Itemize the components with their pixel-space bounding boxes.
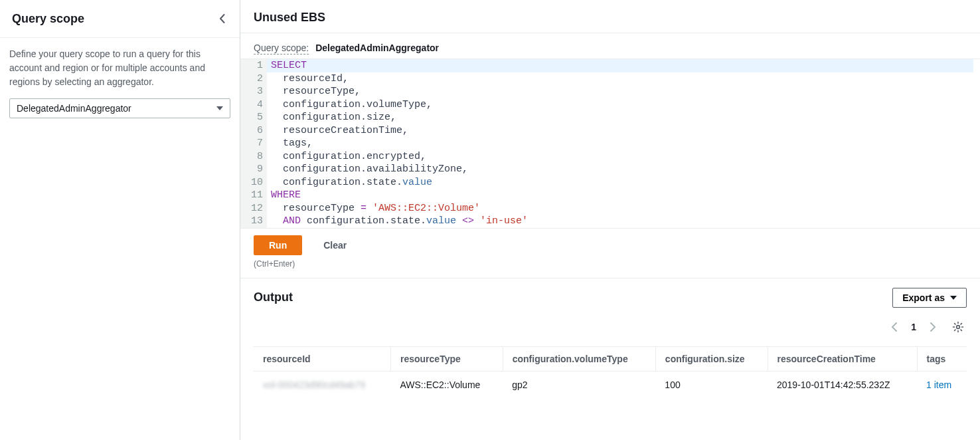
gutter-line: 4 [244,98,263,112]
gutter-line: 13 [244,215,263,228]
main-header: Unused EBS [240,0,980,33]
sidebar-body: Define your query scope to run a query f… [0,38,240,128]
cell-volume-type: gp2 [503,371,655,398]
editor-code[interactable]: SELECT resourceId, resourceType, configu… [267,59,980,228]
main-panel: Unused EBS Query scope: DelegatedAdminAg… [240,0,980,440]
gutter-line: 3 [244,85,263,98]
gutter-line: 1 [244,59,263,72]
chevron-left-icon [891,322,898,332]
gear-icon [952,321,964,333]
pagination: 1 [254,314,967,346]
sidebar-title: Query scope [12,12,84,26]
code-line[interactable]: configuration.state.value [267,176,973,189]
gutter-line: 12 [244,202,263,215]
code-line[interactable]: resourceType = 'AWS::EC2::Volume' [267,202,973,215]
column-header[interactable]: configuration.volumeType [503,346,655,371]
next-page-button[interactable] [927,320,939,334]
cell-tags[interactable]: 1 item [917,371,967,398]
query-scope-help-text: Define your query scope to run a query f… [9,47,230,89]
cell-resource-type: AWS::EC2::Volume [390,371,503,398]
gutter-line: 7 [244,137,263,150]
page-title: Unused EBS [254,11,967,25]
table-header-row: resourceIdresourceTypeconfiguration.volu… [254,346,967,371]
query-scope-label: Query scope: [254,43,309,55]
code-line[interactable]: configuration.size, [267,111,973,124]
code-line[interactable]: WHERE [267,189,973,202]
gutter-line: 8 [244,150,263,164]
column-header[interactable]: resourceType [390,346,503,371]
query-scope-sidebar: Query scope Define your query scope to r… [0,0,240,440]
code-line[interactable]: AND configuration.state.value <> 'in-use… [267,215,973,228]
gutter-line: 9 [244,163,263,176]
code-line[interactable]: resourceCreationTime, [267,124,973,138]
cell-creation-time: 2019-10-01T14:42:55.232Z [768,371,917,398]
export-as-button[interactable]: Export as [892,288,967,308]
editor-actions: Run Clear [240,229,980,259]
column-header[interactable]: resourceCreationTime [768,346,917,371]
code-line[interactable]: configuration.encrypted, [267,150,973,164]
gutter-line: 5 [244,111,263,124]
editor-gutter: 12345678910111213 [240,59,267,228]
clear-button[interactable]: Clear [323,240,347,251]
code-line[interactable]: configuration.volumeType, [267,98,973,112]
code-line[interactable]: resourceId, [267,72,973,86]
cell-resource-id: vol-000423d90cd49ab79 [254,371,390,398]
output-title: Output [254,290,293,304]
prev-page-button[interactable] [888,320,900,334]
code-line[interactable]: tags, [267,137,973,150]
output-header: Output Export as [254,288,967,308]
collapse-sidebar-button[interactable] [214,11,230,27]
caret-down-icon [950,296,957,300]
chevron-right-icon [930,322,936,332]
code-line[interactable]: SELECT [267,59,973,72]
code-line[interactable]: resourceType, [267,85,973,98]
column-header[interactable]: configuration.size [655,346,768,371]
code-line[interactable]: configuration.availabilityZone, [267,163,973,176]
table-body: vol-000423d90cd49ab79AWS::EC2::Volumegp2… [254,371,967,398]
chevron-left-icon [217,13,228,24]
cell-size: 100 [655,371,768,398]
page-number: 1 [911,322,916,332]
query-scope-value: DelegatedAdminAggregator [315,43,439,53]
column-header[interactable]: tags [917,346,967,371]
sql-editor[interactable]: 12345678910111213 SELECT resourceId, res… [240,58,980,229]
column-header[interactable]: resourceId [254,346,390,371]
table-settings-button[interactable] [949,318,967,336]
export-as-label: Export as [902,292,945,303]
gutter-line: 2 [244,72,263,86]
aggregator-select[interactable]: DelegatedAdminAggregator [9,98,230,118]
results-table: resourceIdresourceTypeconfiguration.volu… [254,346,967,398]
svg-point-0 [957,325,960,328]
gutter-line: 6 [244,124,263,138]
run-button[interactable]: Run [254,235,302,255]
gutter-line: 11 [244,189,263,202]
run-shortcut-hint: (Ctrl+Enter) [240,259,980,278]
sidebar-header: Query scope [0,0,240,38]
output-section: Output Export as 1 resourc [240,278,980,441]
query-scope-display: Query scope: DelegatedAdminAggregator [240,33,980,58]
gutter-line: 10 [244,176,263,189]
table-row[interactable]: vol-000423d90cd49ab79AWS::EC2::Volumegp2… [254,371,967,398]
